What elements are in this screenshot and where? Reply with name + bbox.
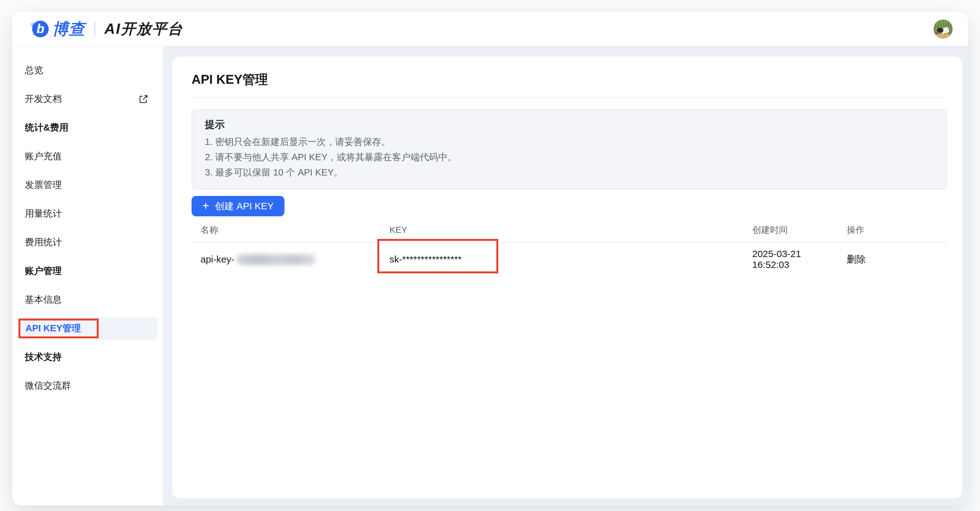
sidebar-item-wechat-group[interactable]: 微信交流群 (12, 372, 163, 400)
sidebar-item-usage-stats[interactable]: 用量统计 (12, 200, 163, 228)
sidebar-item-label: 微信交流群 (25, 379, 71, 392)
table-header-row: 名称 KEY 创建时间 操作 (191, 218, 947, 243)
notice-list: 1. 密钥只会在新建后显示一次，请妥善保存。 2. 请不要与他人共享 API K… (205, 134, 934, 180)
sidebar-section-stats-fees: 统计&费用 (12, 113, 163, 142)
delete-api-key-link[interactable]: 删除 (838, 253, 947, 266)
sidebar-item-label: 基本信息 (25, 294, 62, 306)
api-key-table: 名称 KEY 创建时间 操作 api-key- sk-*************… (191, 218, 947, 276)
content-row: 总览 开发文档 统计&费用 账户充值 发票管理 用量统计 (12, 46, 968, 505)
main-area: API KEY管理 提示 1. 密钥只会在新建后显示一次，请妥善保存。 2. 请… (163, 46, 968, 505)
api-key-masked-cell: sk-**************** (380, 254, 743, 265)
api-key-created-cell: 2025-03-21 16:52:03 (743, 249, 838, 270)
notice-box: 提示 1. 密钥只会在新建后显示一次，请妥善保存。 2. 请不要与他人共享 AP… (191, 109, 947, 190)
svg-text:b: b (37, 22, 44, 36)
notice-item: 1. 密钥只会在新建后显示一次，请妥善保存。 (205, 134, 934, 149)
table-row: api-key- sk-**************** 2025-03-21 … (191, 243, 947, 276)
platform-title: AI开放平台 (104, 19, 183, 39)
sidebar-item-docs[interactable]: 开发文档 (12, 85, 163, 113)
top-bar: b 博查 AI开放平台 (12, 12, 968, 46)
brand-name: 博查 (52, 19, 85, 40)
notice-item: 3. 最多可以保留 10 个 API KEY。 (205, 165, 934, 180)
bocha-logo-icon: b (29, 19, 49, 39)
create-api-key-button[interactable]: + 创建 API KEY (191, 196, 285, 216)
api-key-panel: API KEY管理 提示 1. 密钥只会在新建后显示一次，请妥善保存。 2. 请… (172, 57, 962, 498)
avatar-image (934, 19, 953, 38)
sidebar-item-label: 总览 (25, 64, 43, 77)
sidebar-item-overview[interactable]: 总览 (12, 56, 163, 85)
column-header-created: 创建时间 (743, 224, 838, 236)
sidebar-item-label: 开发文档 (25, 93, 62, 105)
sidebar-section-support: 技术支持 (12, 343, 163, 372)
column-header-key: KEY (380, 225, 743, 235)
sidebar-section-label: 账户管理 (25, 265, 62, 278)
api-key-name-prefix: api-key- (200, 254, 234, 264)
sidebar-item-basic-info[interactable]: 基本信息 (12, 286, 163, 314)
sidebar-item-label: 账户充值 (25, 150, 62, 163)
brand-logo: b 博查 AI开放平台 (29, 19, 183, 40)
app-window: b 博查 AI开放平台 (12, 12, 968, 505)
api-key-name-redacted (236, 254, 316, 265)
notice-item: 2. 请不要与他人共享 API KEY，或将其暴露在客户端代码中。 (205, 149, 934, 165)
sidebar-section-account: 账户管理 (12, 257, 163, 286)
sidebar-item-invoices[interactable]: 发票管理 (12, 171, 163, 200)
sidebar-section-label: 技术支持 (25, 351, 62, 364)
sidebar-item-label: API KEY管理 (25, 322, 81, 335)
notice-title: 提示 (205, 118, 934, 132)
sidebar-item-label: 发票管理 (25, 179, 62, 192)
sidebar-item-cost-stats[interactable]: 费用统计 (12, 228, 163, 257)
column-header-name: 名称 (191, 224, 380, 236)
sidebar-item-label: 用量统计 (25, 208, 62, 220)
brand-divider (94, 22, 95, 36)
external-link-icon (139, 94, 148, 104)
sidebar: 总览 开发文档 统计&费用 账户充值 发票管理 用量统计 (12, 46, 163, 505)
plus-icon: + (202, 200, 209, 212)
user-avatar[interactable] (934, 19, 953, 38)
sidebar-section-label: 统计&费用 (25, 121, 68, 134)
sidebar-item-recharge[interactable]: 账户充值 (12, 142, 163, 171)
create-api-key-label: 创建 API KEY (215, 200, 274, 213)
page-title: API KEY管理 (191, 71, 947, 88)
column-header-actions: 操作 (838, 224, 947, 236)
sidebar-item-label: 费用统计 (25, 236, 62, 249)
title-divider (191, 97, 947, 98)
sidebar-item-api-key-active[interactable]: API KEY管理 (21, 317, 158, 340)
api-key-name-cell: api-key- (191, 254, 380, 265)
